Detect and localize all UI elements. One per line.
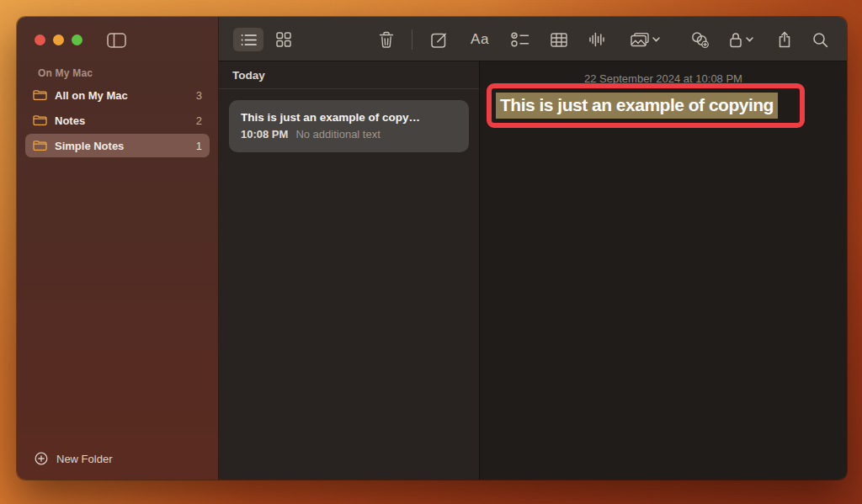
folder-icon	[33, 114, 47, 126]
sidebar-item-all-on-my-mac[interactable]: All on My Mac 3	[25, 83, 210, 107]
note-item-snippet: No additional text	[295, 128, 380, 141]
toolbar-divider	[412, 29, 412, 50]
trash-icon	[379, 31, 394, 48]
content-area: Today This is just an example of copy… 1…	[219, 61, 847, 480]
toggle-sidebar-button[interactable]	[104, 31, 128, 50]
lock-button[interactable]	[722, 28, 759, 51]
compose-icon	[431, 32, 447, 48]
notes-window: On My Mac All on My Mac 3	[17, 17, 847, 480]
list-view-icon	[241, 34, 257, 46]
list-view-button[interactable]	[233, 28, 263, 51]
folder-label: Notes	[55, 114, 189, 127]
add-link-button[interactable]	[684, 28, 715, 51]
zoom-button[interactable]	[72, 34, 82, 45]
table-button[interactable]	[544, 28, 574, 51]
note-editor[interactable]: 22 September 2024 at 10:08 PM This is ju…	[480, 61, 847, 480]
main-area: Aa	[219, 17, 847, 480]
folder-count-badge: 1	[196, 140, 202, 152]
sidebar-toggle-icon	[107, 33, 126, 48]
close-button[interactable]	[35, 34, 45, 45]
chevron-down-icon	[746, 37, 753, 42]
sidebar: On My Mac All on My Mac 3	[17, 17, 219, 480]
chevron-down-icon	[652, 37, 660, 42]
new-folder-label: New Folder	[56, 453, 112, 465]
minimize-button[interactable]	[53, 34, 64, 45]
new-folder-button[interactable]: New Folder	[28, 448, 119, 469]
notes-list-panel: Today This is just an example of copy… 1…	[219, 61, 480, 480]
gallery-view-button[interactable]	[269, 28, 299, 51]
gallery-view-icon	[276, 32, 291, 47]
format-button[interactable]: Aa	[465, 28, 495, 51]
folder-label: Simple Notes	[55, 140, 189, 152]
folder-count-badge: 3	[196, 89, 202, 102]
audio-waveform-icon	[588, 31, 605, 48]
folder-icon	[33, 89, 47, 101]
sidebar-section-label: On My Mac	[38, 67, 93, 79]
checklist-button[interactable]	[505, 28, 535, 51]
lock-icon	[729, 32, 742, 48]
folder-count-badge: 2	[196, 114, 202, 127]
format-text-icon: Aa	[471, 31, 489, 48]
share-button[interactable]	[769, 28, 800, 51]
note-list-item[interactable]: This is just an example of copy… 10:08 P…	[229, 100, 469, 152]
search-button[interactable]	[805, 28, 835, 51]
toolbar: Aa	[219, 17, 847, 61]
add-link-icon	[690, 31, 710, 49]
folder-icon	[33, 140, 47, 151]
new-note-button[interactable]	[423, 28, 454, 51]
plus-circle-icon	[35, 452, 48, 465]
notes-list-section-header: Today	[219, 61, 479, 89]
search-icon	[812, 32, 828, 48]
sidebar-item-simple-notes[interactable]: Simple Notes 1	[25, 134, 210, 157]
share-icon	[778, 31, 791, 48]
checklist-icon	[511, 32, 529, 47]
annotation-rectangle: This is just an example of copying	[487, 83, 805, 128]
media-icon	[631, 32, 649, 47]
folder-label: All on My Mac	[55, 89, 189, 102]
audio-button[interactable]	[582, 28, 612, 51]
media-button[interactable]	[625, 28, 664, 51]
note-item-title: This is just an example of copy…	[241, 111, 457, 124]
note-item-time: 10:08 PM	[241, 128, 288, 141]
traffic-lights	[35, 34, 82, 45]
folder-list: All on My Mac 3 Notes 2	[25, 83, 210, 159]
table-icon	[551, 33, 567, 47]
sidebar-item-notes[interactable]: Notes 2	[25, 109, 210, 132]
delete-note-button[interactable]	[371, 28, 402, 51]
note-title-selected-text[interactable]: This is just an example of copying	[496, 93, 778, 119]
